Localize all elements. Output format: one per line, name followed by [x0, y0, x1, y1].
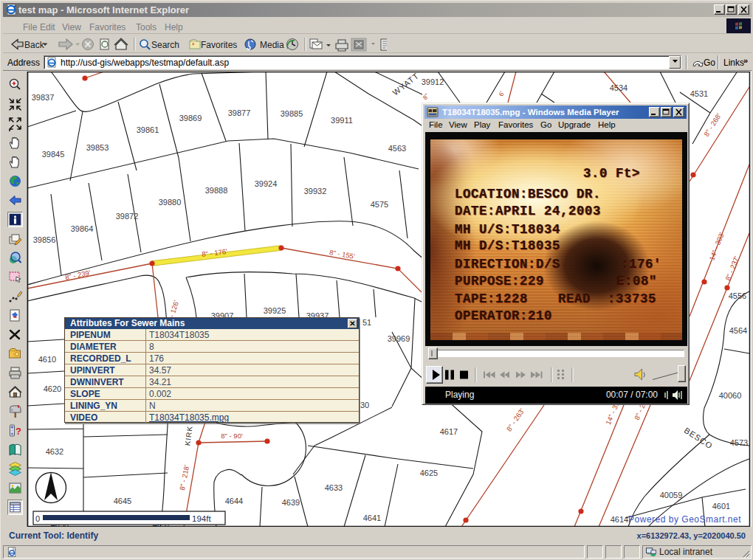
svg-text:4639: 4639: [282, 498, 300, 507]
svg-text:4573: 4573: [730, 438, 748, 447]
svg-text:40059: 40059: [660, 491, 683, 499]
svg-text:8" - 237': 8" - 237': [723, 255, 740, 282]
svg-text:30: 30: [360, 401, 369, 409]
svg-text:39864: 39864: [71, 224, 94, 233]
svg-text:4614: 4614: [611, 515, 628, 524]
svg-text:39880: 39880: [159, 198, 182, 207]
svg-text:4563: 4563: [388, 144, 406, 153]
svg-text:39911: 39911: [331, 116, 353, 125]
svg-text:39845: 39845: [42, 150, 65, 159]
svg-text:Powered by GeoSmart.net: Powered by GeoSmart.net: [628, 514, 741, 525]
svg-text:39872: 39872: [116, 212, 139, 221]
svg-text:6': 6': [497, 90, 506, 97]
svg-text:8" - 90': 8" - 90': [221, 432, 243, 440]
svg-text:0: 0: [35, 514, 40, 523]
svg-text:4531: 4531: [690, 89, 708, 98]
svg-text:39888: 39888: [205, 186, 228, 195]
svg-text:14" - 303': 14" - 303': [707, 231, 726, 262]
svg-text:39924: 39924: [255, 179, 278, 188]
svg-text:39856: 39856: [33, 235, 56, 244]
svg-text:39853: 39853: [86, 143, 109, 152]
svg-text:39877: 39877: [228, 108, 251, 117]
svg-text:4601: 4601: [712, 502, 730, 511]
svg-text:4564: 4564: [729, 326, 747, 335]
svg-text:39869: 39869: [179, 114, 202, 122]
svg-text:39861: 39861: [137, 125, 159, 134]
svg-text:?: ?: [16, 426, 21, 437]
svg-text:39969: 39969: [388, 334, 410, 343]
svg-text:8": 8": [421, 92, 430, 101]
svg-text:39912: 39912: [422, 77, 444, 86]
svg-text:39932: 39932: [304, 187, 327, 196]
svg-text:4632: 4632: [46, 447, 63, 456]
svg-text:4534: 4534: [610, 83, 628, 92]
svg-text:4644: 4644: [225, 497, 243, 505]
svg-text:39925: 39925: [264, 306, 286, 315]
svg-text:4633: 4633: [325, 483, 343, 492]
svg-text:8" - 263': 8" - 263': [505, 407, 526, 432]
svg-text:39837: 39837: [32, 93, 55, 102]
svg-text:4645: 4645: [114, 497, 131, 505]
svg-text:4610: 4610: [38, 355, 56, 364]
svg-text:4625: 4625: [420, 469, 438, 477]
svg-text:4556: 4556: [729, 291, 746, 300]
svg-text:194ft: 194ft: [192, 514, 211, 523]
svg-text:4575: 4575: [371, 200, 388, 209]
svg-text:*: *: [192, 41, 195, 49]
svg-text:BESCO: BESCO: [683, 426, 715, 451]
svg-text:51: 51: [362, 318, 371, 327]
svg-text:8" - 218': 8" - 218': [178, 464, 190, 491]
svg-text:WYATT: WYATT: [391, 72, 420, 97]
svg-text:4617: 4617: [440, 427, 458, 436]
svg-text:8" - 239': 8" - 239': [64, 269, 91, 281]
svg-text:KIRK: KIRK: [183, 425, 193, 446]
svg-text:4641: 4641: [363, 514, 381, 522]
svg-text:40060: 40060: [719, 391, 742, 400]
svg-text:39885: 39885: [281, 109, 303, 118]
svg-text:4620: 4620: [44, 384, 61, 393]
